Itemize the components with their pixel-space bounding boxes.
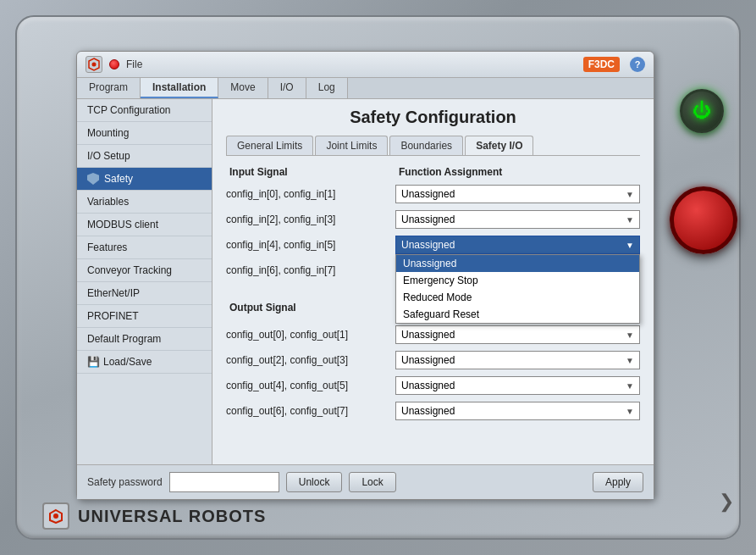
output-dropdown-2: Unassigned ▼ (395, 376, 640, 395)
input-arrow-1: ▼ (626, 215, 634, 225)
title-badge: F3DC (583, 57, 620, 72)
input-label-1: config_in[2], config_in[3] (226, 214, 395, 225)
unlock-button[interactable]: Unlock (286, 472, 343, 492)
sub-tab-joint-limits[interactable]: Joint Limits (315, 136, 388, 155)
output-label-1: config_out[2], config_out[3] (226, 354, 395, 366)
disk-icon: 💾 (87, 356, 100, 368)
output-dropdown-1: Unassigned ▼ (395, 351, 640, 369)
output-arrow-2: ▼ (626, 381, 634, 391)
dropdown-option-unassigned[interactable]: Unassigned (396, 255, 639, 272)
output-label-2: config_out[4], config_out[5] (226, 380, 395, 391)
output-dropdown-0: Unassigned ▼ (395, 325, 640, 344)
input-label-3: config_in[6], config_in[7] (226, 264, 395, 276)
dropdown-option-reduced-mode[interactable]: Reduced Mode (396, 289, 639, 306)
sidebar-item-ethernet[interactable]: EtherNet/IP (77, 282, 212, 305)
tab-move[interactable]: Move (218, 78, 268, 98)
sidebar-item-features[interactable]: Features (77, 236, 212, 259)
body-area: TCP Configuration Mounting I/O Setup Saf… (77, 99, 654, 464)
password-input[interactable] (169, 472, 279, 492)
input-function-header: Function Assignment (399, 166, 637, 178)
sidebar-item-modbus[interactable]: MODBUS client (77, 214, 212, 236)
dropdown-option-safeguard-reset[interactable]: Safeguard Reset (396, 306, 639, 323)
svg-point-0 (53, 513, 58, 519)
sidebar-item-io-setup[interactable]: I/O Setup (77, 145, 212, 168)
input-headers: Input Signal Function Assignment (226, 166, 640, 178)
input-row-1: config_in[2], config_in[3] Unassigned ▼ (226, 210, 640, 229)
input-dropdown-2: Unassigned ▼ Unassigned Emergency Stop R… (395, 236, 640, 254)
output-value-3: Unassigned (401, 405, 455, 417)
top-tabs: Program Installation Move I/O Log (77, 78, 654, 99)
sidebar-item-conveyor[interactable]: Conveyor Tracking (77, 259, 212, 282)
input-signal-section: Input Signal Function Assignment config_… (226, 166, 640, 424)
output-label-0: config_out[0], config_out[1] (226, 329, 395, 341)
input-select-0[interactable]: Unassigned ▼ (395, 185, 640, 203)
tab-log[interactable]: Log (306, 78, 348, 98)
power-button[interactable] (680, 89, 724, 133)
tab-installation[interactable]: Installation (141, 78, 218, 98)
output-label-3: config_out[6], config_out[7] (226, 405, 395, 417)
sub-tab-boundaries[interactable]: Boundaries (389, 136, 463, 155)
sidebar-item-load-save[interactable]: 💾Load/Save (77, 351, 212, 374)
dot-red (109, 59, 119, 69)
output-row-3: config_out[6], config_out[7] Unassigned … (226, 402, 640, 420)
estop-button[interactable] (670, 186, 737, 254)
input-value-2: Unassigned (401, 239, 455, 251)
sidebar-item-safety[interactable]: Safety (77, 168, 212, 191)
title-bar: File F3DC ? (77, 52, 654, 78)
output-row-0: config_out[0], config_out[1] Unassigned … (226, 325, 640, 344)
sidebar-item-mounting[interactable]: Mounting (77, 122, 212, 145)
sub-tab-safety-io[interactable]: Safety I/O (465, 136, 533, 155)
apply-button[interactable]: Apply (593, 472, 643, 492)
output-select-3[interactable]: Unassigned ▼ (395, 402, 640, 420)
input-signal-header: Input Signal (229, 166, 399, 178)
ur-logo-area: UNIVERSAL ROBOTS (42, 502, 266, 530)
dropdown-option-emergency-stop[interactable]: Emergency Stop (396, 272, 639, 289)
output-dropdown-3: Unassigned ▼ (395, 402, 640, 420)
sub-tab-general-limits[interactable]: General Limits (226, 136, 313, 155)
sidebar-item-variables[interactable]: Variables (77, 191, 212, 214)
input-select-2[interactable]: Unassigned ▼ (395, 236, 640, 254)
output-value-0: Unassigned (401, 329, 455, 341)
tab-io[interactable]: I/O (268, 78, 306, 98)
input-label-2: config_in[4], config_in[5] (226, 239, 395, 251)
svg-point-1 (92, 63, 97, 67)
output-value-2: Unassigned (401, 380, 455, 391)
output-arrow-0: ▼ (626, 330, 634, 340)
ur-window-icon (86, 56, 102, 73)
input-dropdown-open-2: Unassigned Emergency Stop Reduced Mode S… (395, 254, 640, 324)
lock-button[interactable]: Lock (349, 472, 395, 492)
ur-logo-icon (42, 502, 69, 530)
sidebar-item-tcp[interactable]: TCP Configuration (77, 99, 212, 122)
input-label-0: config_in[0], config_in[1] (226, 188, 395, 200)
output-select-1[interactable]: Unassigned ▼ (395, 351, 640, 369)
input-value-1: Unassigned (401, 214, 455, 225)
sidebar-item-default-program[interactable]: Default Program (77, 328, 212, 351)
main-content: Safety Configuration General Limits Join… (212, 99, 654, 464)
help-button[interactable]: ? (630, 57, 645, 72)
output-select-0[interactable]: Unassigned ▼ (395, 325, 640, 344)
sidebar: TCP Configuration Mounting I/O Setup Saf… (77, 99, 212, 464)
title-file-label: File (126, 58, 142, 70)
output-row-1: config_out[2], config_out[3] Unassigned … (226, 351, 640, 369)
sidebar-item-profinet[interactable]: PROFINET (77, 305, 212, 328)
sub-tabs: General Limits Joint Limits Boundaries S… (226, 136, 640, 156)
main-window: File F3DC ? Program Installation Move I/… (76, 51, 654, 500)
tab-program[interactable]: Program (77, 78, 141, 98)
bottom-bar: Safety password Unlock Lock Apply (77, 464, 654, 499)
chevron-right-icon[interactable]: ❯ (719, 491, 734, 513)
input-value-0: Unassigned (401, 188, 455, 200)
ur-brand-text: UNIVERSAL ROBOTS (78, 507, 266, 526)
input-arrow-2: ▼ (626, 241, 634, 250)
input-dropdown-0: Unassigned ▼ (395, 185, 640, 203)
output-arrow-3: ▼ (626, 407, 634, 416)
input-select-1[interactable]: Unassigned ▼ (395, 210, 640, 229)
output-row-2: config_out[4], config_out[5] Unassigned … (226, 376, 640, 395)
shield-icon (87, 173, 99, 185)
output-value-1: Unassigned (401, 354, 455, 366)
output-select-2[interactable]: Unassigned ▼ (395, 376, 640, 395)
input-arrow-0: ▼ (626, 190, 634, 199)
input-row-0: config_in[0], config_in[1] Unassigned ▼ (226, 185, 640, 203)
page-title: Safety Configuration (226, 108, 640, 127)
password-label: Safety password (87, 476, 163, 488)
input-row-2: config_in[4], config_in[5] Unassigned ▼ … (226, 236, 640, 254)
